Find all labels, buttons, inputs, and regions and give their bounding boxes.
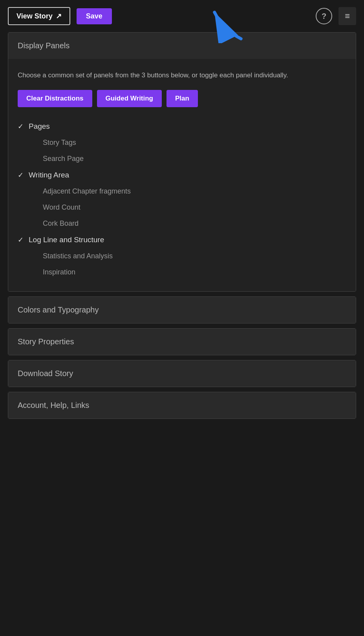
view-story-button[interactable]: View Story ↗ (8, 7, 70, 25)
external-link-icon: ↗ (56, 12, 62, 20)
colors-typography-section: Colors and Typography (8, 296, 356, 323)
checkmark-writing-area: ✓ (18, 171, 26, 179)
panel-item-pages[interactable]: ✓ Pages (18, 118, 346, 135)
story-properties-label: Story Properties (18, 337, 74, 346)
panel-item-statistics-label: Statistics and Analysis (43, 252, 113, 260)
account-help-links-label: Account, Help, Links (18, 401, 89, 409)
panel-item-pages-label: Pages (29, 122, 50, 131)
checkmark-log-line: ✓ (18, 236, 26, 244)
help-icon: ? (322, 12, 326, 21)
panel-item-cork-board[interactable]: Cork Board (18, 216, 346, 232)
clear-distractions-button[interactable]: Clear Distractions (18, 90, 92, 107)
view-story-label: View Story (16, 12, 53, 20)
story-properties-header[interactable]: Story Properties (8, 329, 356, 355)
help-arrow-annotation (204, 8, 251, 43)
main-content: Display Panels Choose a common set of pa… (0, 32, 364, 419)
download-story-header[interactable]: Download Story (8, 360, 356, 387)
display-panels-section: Display Panels Choose a common set of pa… (8, 32, 356, 292)
preset-buttons-group: Clear Distractions Guided Writing Plan (18, 90, 346, 107)
top-bar: View Story ↗ Save ? ≡ (0, 0, 364, 32)
panel-item-word-count-label: Word Count (43, 203, 80, 212)
colors-typography-label: Colors and Typography (18, 305, 99, 314)
panel-item-log-line[interactable]: ✓ Log Line and Structure (18, 232, 346, 248)
panel-item-inspiration[interactable]: Inspiration (18, 264, 346, 280)
panel-item-writing-area-label: Writing Area (29, 171, 69, 179)
panel-item-story-tags-label: Story Tags (43, 139, 76, 147)
display-panels-header[interactable]: Display Panels (8, 33, 356, 59)
panel-item-inspiration-label: Inspiration (43, 268, 75, 276)
panel-item-story-tags[interactable]: Story Tags (18, 135, 346, 151)
save-button[interactable]: Save (77, 8, 112, 24)
panel-item-search-page-label: Search Page (43, 155, 84, 163)
panel-item-cork-board-label: Cork Board (43, 219, 79, 228)
plan-button[interactable]: Plan (166, 90, 198, 107)
panel-item-word-count[interactable]: Word Count (18, 199, 346, 216)
colors-typography-header[interactable]: Colors and Typography (8, 297, 356, 323)
panel-item-writing-area[interactable]: ✓ Writing Area (18, 167, 346, 183)
download-story-section: Download Story (8, 360, 356, 387)
panel-item-statistics[interactable]: Statistics and Analysis (18, 248, 346, 264)
panel-items-list: ✓ Pages Story Tags Search Page ✓ Writing… (18, 118, 346, 280)
checkmark-pages: ✓ (18, 122, 26, 131)
hamburger-icon: ≡ (345, 11, 350, 21)
display-panels-title: Display Panels (18, 41, 70, 50)
download-story-label: Download Story (18, 369, 73, 378)
display-panels-body: Choose a common set of panels from the 3… (8, 59, 356, 291)
help-button[interactable]: ? (316, 8, 332, 24)
panel-item-log-line-label: Log Line and Structure (29, 236, 104, 244)
panel-item-adjacent-chapter[interactable]: Adjacent Chapter fragments (18, 183, 346, 199)
display-panels-description: Choose a common set of panels from the 3… (18, 70, 346, 80)
panel-item-adjacent-chapter-label: Adjacent Chapter fragments (43, 187, 131, 196)
panel-item-search-page[interactable]: Search Page (18, 151, 346, 167)
account-help-links-header[interactable]: Account, Help, Links (8, 392, 356, 419)
hamburger-menu-button[interactable]: ≡ (338, 7, 356, 25)
story-properties-section: Story Properties (8, 328, 356, 355)
account-help-links-section: Account, Help, Links (8, 392, 356, 419)
guided-writing-button[interactable]: Guided Writing (97, 90, 162, 107)
